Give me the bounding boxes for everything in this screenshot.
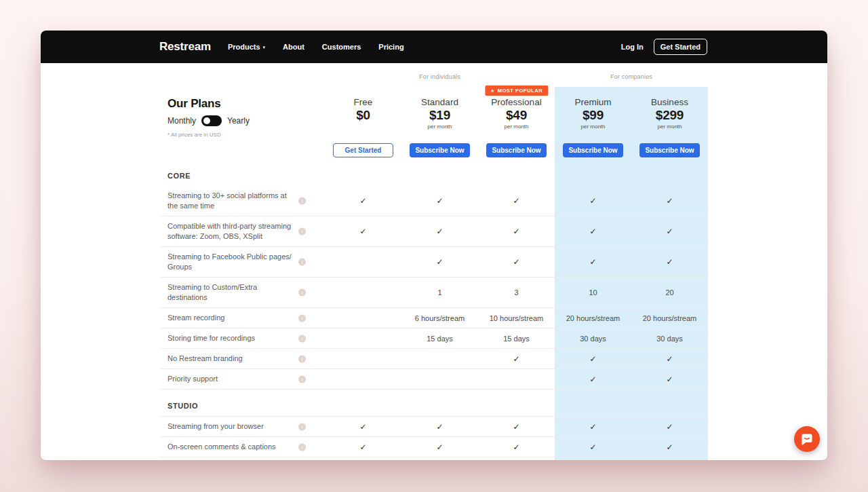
feature-value: 3 [514,288,518,297]
feature-cell: ✓ [631,422,708,432]
info-icon[interactable]: i [298,355,306,362]
feature-label-cell: Streaming to 30+ social platforms at the… [160,186,325,216]
feature-cell: ✓ [325,227,401,236]
nav-item-pricing[interactable]: Pricing [378,43,403,51]
chat-launcher-button[interactable] [794,426,820,452]
feature-label: Storing time for recordings [167,333,295,343]
info-icon[interactable]: i [298,228,306,235]
info-icon[interactable]: i [298,423,306,430]
feature-cell: ✓ [631,354,708,364]
feature-cell: ✓ [401,257,478,267]
feature-label: On-screen comments & captions [167,442,295,452]
feature-cell: ✓ [555,375,631,384]
chat-bubble-icon [800,432,814,446]
feature-label: Compatible with third-party streaming so… [167,221,295,242]
feature-cell: 15 days [401,335,478,343]
login-link[interactable]: Log In [621,43,644,51]
nav-item-customers[interactable]: Customers [322,43,361,51]
feature-cell: ✓ [555,196,631,206]
restream-logo[interactable]: Restream [159,40,211,54]
check-icon: ✓ [666,422,673,432]
check-icon: ✓ [513,196,519,206]
check-icon: ✓ [589,422,596,432]
feature-cell: ✓ [631,196,708,206]
plan-name: Professional [478,97,555,107]
feature-label-cell: Streaming to Custom/Extra destinationsi [160,278,325,307]
plan-cta-premium[interactable]: Subscribe Now [563,143,623,157]
feature-row: Streaming to 30+ social platforms at the… [160,186,708,216]
feature-cell: 30 days [555,335,631,343]
plan-cta-free[interactable]: Get Started [333,143,393,157]
section-title-core: CORE [160,165,708,186]
feature-label: Priority support [167,374,295,384]
feature-cell: ✓ [401,422,478,432]
feature-cell: ✓ [555,257,631,267]
top-nav-bar: Restream Products▾AboutCustomersPricing … [41,31,827,63]
feature-value: 20 hours/stream [643,314,696,322]
check-icon: ✓ [359,196,366,206]
nav-item-about[interactable]: About [283,43,304,51]
feature-cell: ✓ [401,196,478,206]
feature-label-cell: No Restream brandingi [160,349,325,368]
main-nav: Products▾AboutCustomersPricing [228,43,404,51]
feature-row: On-screen comments & captionsi✓✓✓✓✓ [160,437,708,457]
info-icon[interactable]: i [298,314,306,322]
check-icon: ✓ [436,257,443,267]
pricing-page-card: Restream Products▾AboutCustomersPricing … [41,31,827,460]
feature-cell: ✓ [401,227,478,236]
info-icon[interactable]: i [298,375,306,383]
feature-value: 20 hours/stream [566,314,620,322]
check-icon: ✓ [436,196,443,206]
plan-column-professional: ★MOST POPULARProfessional$49per monthSub… [478,63,555,164]
feature-value: 15 days [427,335,453,343]
check-icon: ✓ [513,227,519,236]
feature-cell: 20 hours/stream [631,314,708,322]
feature-cell: 6 hours/stream [401,314,478,322]
feature-row: Streaming to Custom/Extra destinationsi1… [160,278,708,308]
feature-label-cell: Compatible with third-party streaming so… [160,216,325,246]
check-icon: ✓ [589,354,596,364]
plan-cta-standard[interactable]: Subscribe Now [410,143,470,157]
nav-item-products[interactable]: Products▾ [228,43,265,51]
info-icon[interactable]: i [298,289,306,297]
get-started-button[interactable]: Get Started [654,39,707,55]
plan-period: per month [478,124,555,130]
star-icon: ★ [490,88,495,93]
feature-cell: ✓ [555,422,631,432]
badge-label: MOST POPULAR [498,88,542,94]
feature-cell: ✓ [555,442,631,452]
feature-value: 15 days [503,335,530,343]
info-icon[interactable]: i [298,259,306,266]
plan-period: per month [631,124,708,130]
feature-label: Streaming from your browser [167,421,295,432]
feature-value: 30 days [656,335,683,343]
pricing-content: For individuals For companies Our Plans … [41,63,827,460]
plan-cta-business[interactable]: Subscribe Now [639,143,700,157]
feature-cell: ✓ [478,422,555,432]
feature-value: 6 hours/stream [415,314,465,322]
feature-cell: 20 [631,288,708,297]
check-icon: ✓ [589,375,596,384]
info-icon[interactable]: i [298,443,306,451]
feature-cell: ✓ [325,196,401,206]
check-icon: ✓ [666,227,673,236]
feature-cell: ✓ [555,227,631,236]
feature-cell: 20 hours/stream [555,314,631,322]
pricing-inner: For individuals For companies Our Plans … [160,63,708,460]
feature-cell: ✓ [478,196,555,206]
info-icon[interactable]: i [298,335,306,342]
info-icon[interactable]: i [298,197,306,205]
feature-row: No Restream brandingi✓✓✓ [160,349,708,369]
feature-row: Stream recordingi6 hours/stream10 hours/… [160,308,708,328]
check-icon: ✓ [666,196,673,206]
plan-price: $299 [631,108,708,123]
feature-cell: ✓ [325,442,401,452]
nav-right-group: Log In Get Started [621,39,707,55]
check-icon: ✓ [666,354,673,364]
check-icon: ✓ [589,442,596,452]
plan-cta-professional[interactable]: Subscribe Now [486,143,547,157]
feature-label: Streaming to Custom/Extra destinations [167,282,295,303]
feature-value: 10 [589,288,597,297]
feature-value: 10 hours/stream [490,314,543,322]
feature-row: Streaming to Facebook Public pages/ Grou… [160,247,708,278]
